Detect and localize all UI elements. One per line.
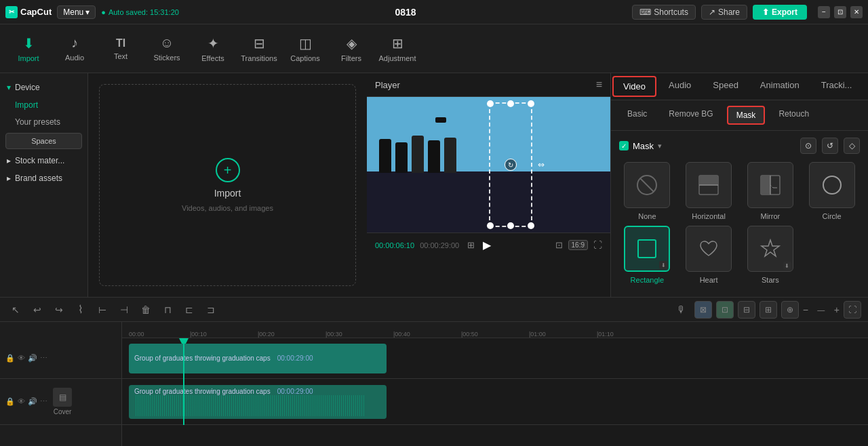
cover-button[interactable]: ▤ Cover	[53, 388, 72, 415]
close-button[interactable]: ✕	[850, 6, 863, 18]
export-button[interactable]: ⬆ Export	[753, 5, 807, 20]
fullscreen-preview-icon[interactable]: ⊡	[555, 240, 563, 250]
tl-icon-3[interactable]: ⊟	[738, 301, 755, 319]
tool-import[interactable]: ⬇ Import	[7, 27, 50, 70]
your-presets-nav-item[interactable]: Your presets	[4, 114, 83, 130]
tab-speed[interactable]: Speed	[702, 73, 749, 100]
mask-copy-button[interactable]: ⊙	[800, 138, 816, 154]
fullscreen-icon[interactable]: ⛶	[593, 240, 602, 250]
tool-text[interactable]: TI Text	[99, 27, 142, 70]
figure-5	[444, 138, 456, 173]
export-label: Export	[772, 7, 797, 17]
tool-filters[interactable]: ◈ Filters	[330, 27, 373, 70]
maximize-button[interactable]: ⊡	[834, 6, 846, 18]
mask-icon-circle	[809, 162, 855, 208]
mask-option-rectangle[interactable]: ⬇ Rectangle	[619, 226, 675, 284]
stock-material-header[interactable]: ▸ Stock mater...	[0, 152, 87, 169]
device-section-header[interactable]: ▾ Device	[0, 79, 87, 96]
align-right-button[interactable]: ⊣	[115, 301, 133, 319]
sub-tabs: Basic Remove BG Mask Retouch	[611, 100, 868, 131]
shortcuts-button[interactable]: ⌨ Shortcuts	[632, 5, 696, 20]
zoom-in-icon[interactable]: +	[834, 304, 840, 315]
mask-option-horizontal[interactable]: Horizontal	[681, 162, 737, 220]
eye-icon[interactable]: 👁	[18, 354, 25, 363]
tool-captions[interactable]: ◫ Captions	[283, 27, 327, 70]
mask-option-circle[interactable]: Circle	[804, 162, 860, 220]
tab-video[interactable]: Video	[612, 76, 656, 97]
clip1-block[interactable]: Group of graduates throwing graduation c…	[129, 344, 387, 373]
brand-arrow-icon: ▸	[7, 174, 11, 183]
ruler-50: |00:50	[461, 331, 478, 338]
tab-tracking[interactable]: Tracki...	[810, 73, 863, 100]
redo-button[interactable]: ↪	[50, 301, 68, 319]
tl-icon-1[interactable]: ⊠	[694, 301, 712, 319]
mask-enable-checkbox[interactable]: ✓	[619, 141, 629, 150]
tool-adjustment[interactable]: ⊞ Adjustment	[376, 27, 419, 70]
menu-button[interactable]: Menu ▾	[57, 5, 96, 19]
cover-label: Cover	[54, 408, 72, 415]
tool-audio[interactable]: ♪ Audio	[53, 27, 96, 70]
shortcuts-label: Shortcuts	[654, 7, 688, 17]
clip2-block[interactable]: Group of graduates throwing graduation c…	[129, 385, 387, 419]
brand-assets-header[interactable]: ▸ Brand assets	[0, 169, 87, 187]
transform-button[interactable]: ⊐	[202, 301, 220, 319]
import-nav-item[interactable]: Import	[4, 97, 83, 113]
group-button[interactable]: ⊓	[159, 301, 176, 319]
tool-stickers[interactable]: ☺ Stickers	[145, 27, 189, 70]
mirror-icon	[758, 173, 783, 197]
spaces-button[interactable]: Spaces	[5, 133, 82, 149]
subtab-retouch[interactable]: Retouch	[770, 106, 817, 125]
tl-icon-2[interactable]: ⊡	[716, 301, 734, 319]
delete-button[interactable]: 🗑	[137, 301, 155, 319]
mask-option-heart[interactable]: Heart	[681, 226, 737, 284]
tool-transitions[interactable]: ⊟ Transitions	[237, 27, 281, 70]
undo-button[interactable]: ↩	[28, 301, 46, 319]
mask-option-none[interactable]: None	[619, 162, 675, 220]
download-stars-icon: ⬇	[785, 263, 789, 269]
split-v-button[interactable]: ⊏	[180, 301, 198, 319]
player-menu-icon[interactable]: ≡	[596, 79, 602, 91]
effects-icon: ✦	[208, 35, 219, 52]
play-button[interactable]: ▶	[483, 239, 491, 251]
left-panel-sections: ▾ Device Import Your presets Spaces ▸ St…	[0, 73, 87, 192]
zoom-level: —	[811, 306, 831, 314]
select-tool-button[interactable]: ↖	[7, 301, 24, 319]
mic-button[interactable]: 🎙	[673, 301, 690, 319]
audio-track-icon[interactable]: 🔊	[28, 354, 37, 363]
track2-icons: 🔒 👁 🔊 ⋯	[5, 397, 47, 406]
subtab-removebg[interactable]: Remove BG	[660, 106, 721, 125]
tab-animation[interactable]: Animation	[749, 73, 810, 100]
tl-icon-4[interactable]: ⊞	[760, 301, 777, 319]
minimize-button[interactable]: −	[818, 6, 830, 18]
share-button[interactable]: ↗ Share	[701, 5, 747, 20]
panel-tabs: Video Audio Speed Animation Tracki...	[611, 73, 868, 100]
mask-invert-button[interactable]: ◇	[844, 138, 860, 154]
fullscreen-timeline-icon[interactable]: ⛶	[844, 301, 861, 319]
track2-more-icon[interactable]: ⋯	[40, 397, 47, 406]
mask-reset-button[interactable]: ↺	[822, 138, 838, 154]
mask-option-mirror[interactable]: Mirror	[743, 162, 799, 220]
align-left-button[interactable]: ⊢	[94, 301, 111, 319]
stock-arrow-icon: ▸	[7, 156, 11, 165]
player-title: Player	[375, 80, 400, 90]
timeline-scroll[interactable]: 00:00 |00:10 |00:20 |00:30 |00:40 |00:50…	[122, 322, 868, 446]
subtab-mask[interactable]: Mask	[727, 106, 766, 125]
track2-lock-icon[interactable]: 🔒	[5, 397, 15, 406]
mask-panel: ✓ Mask ▾ ⊙ ↺ ◇	[611, 131, 868, 297]
stickers-icon: ☺	[160, 35, 174, 51]
split-clip-icon[interactable]: ⊕	[781, 301, 799, 319]
subtab-basic[interactable]: Basic	[619, 106, 655, 125]
zoom-out-icon[interactable]: −	[803, 304, 808, 315]
mask-dropdown-icon[interactable]: ▾	[658, 142, 662, 150]
mask-option-stars[interactable]: ⬇ Stars	[743, 226, 799, 284]
lock-icon[interactable]: 🔒	[5, 354, 15, 363]
split-button[interactable]: ⌇	[72, 301, 90, 319]
track2-eye-icon[interactable]: 👁	[18, 397, 25, 406]
grid-view-icon[interactable]: ⊞	[467, 240, 475, 250]
tab-audio[interactable]: Audio	[658, 73, 702, 100]
more-icon[interactable]: ⋯	[40, 354, 47, 363]
import-dropzone[interactable]: + Import Videos, audios, and images	[99, 84, 356, 286]
track2-audio-icon[interactable]: 🔊	[28, 397, 37, 406]
tool-effects[interactable]: ✦ Effects	[191, 27, 235, 70]
track2: Group of graduates throwing graduation c…	[122, 379, 868, 425]
